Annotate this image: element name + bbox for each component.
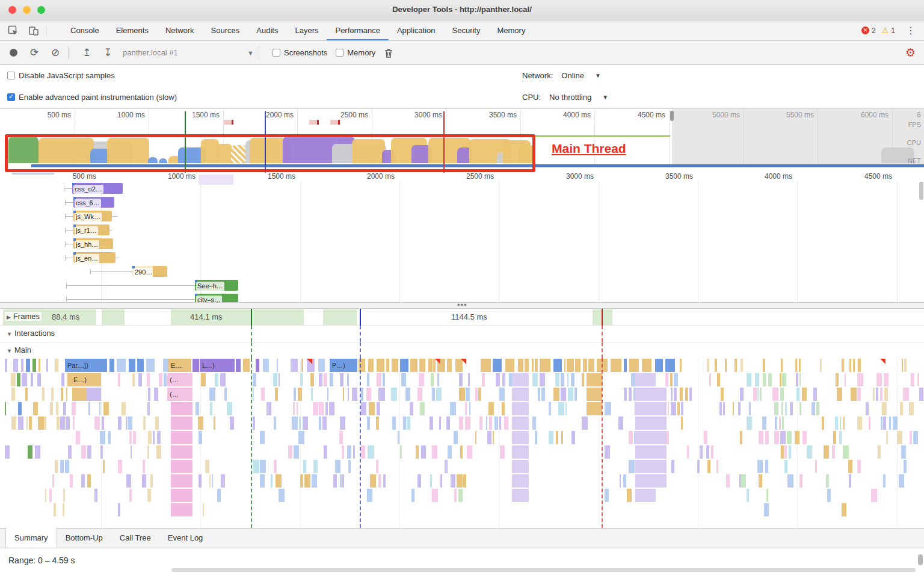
interactions-lane-header[interactable]: ▼Interactions <box>5 329 57 338</box>
flame-activity-stripe[interactable] <box>294 388 296 401</box>
flame-activity-stripe[interactable] <box>256 359 260 372</box>
flame-activity-stripe[interactable] <box>292 417 298 430</box>
flame-activity-stripe[interactable] <box>38 359 40 372</box>
flame-activity-stripe[interactable] <box>347 373 350 386</box>
flame-activity-stripe[interactable] <box>733 402 734 415</box>
flame-column-block[interactable] <box>171 445 192 459</box>
flame-activity-stripe[interactable] <box>774 431 780 444</box>
flame-activity-stripe[interactable] <box>457 474 463 488</box>
flame-activity-stripe[interactable] <box>881 417 882 430</box>
flame-activity-stripe[interactable] <box>448 445 452 459</box>
flame-activity-stripe[interactable] <box>361 388 363 401</box>
clear-recording-button[interactable]: ⊘ <box>48 45 63 61</box>
flame-activity-stripe[interactable] <box>504 417 508 430</box>
flame-activity-stripe[interactable] <box>369 402 375 415</box>
flame-activity-stripe[interactable] <box>370 474 376 488</box>
flame-activity-stripe[interactable] <box>126 474 131 488</box>
flame-activity-stripe[interactable] <box>757 460 763 473</box>
settings-gear-button[interactable]: ⚙ <box>905 46 916 60</box>
flame-activity-stripe[interactable] <box>747 417 752 430</box>
flame-activity-stripe[interactable] <box>146 359 155 372</box>
flame-activity-stripe[interactable] <box>884 373 889 386</box>
flame-activity-stripe[interactable] <box>674 373 679 386</box>
flame-activity-stripe[interactable] <box>781 359 783 372</box>
tab-network[interactable]: Network <box>157 21 203 40</box>
flame-activity-stripe[interactable] <box>318 359 325 372</box>
flame-column-block[interactable] <box>656 402 667 415</box>
tab-elements[interactable]: Elements <box>108 21 157 40</box>
flame-activity-stripe[interactable] <box>378 388 385 401</box>
flame-activity-stripe[interactable] <box>164 373 167 386</box>
flame-activity-stripe[interactable] <box>403 417 405 430</box>
flame-activity-stripe[interactable] <box>747 373 751 386</box>
flame-activity-stripe[interactable] <box>665 373 668 386</box>
flame-activity-stripe[interactable] <box>126 417 128 430</box>
flame-activity-stripe[interactable] <box>11 388 15 401</box>
flame-activity-stripe[interactable] <box>44 417 46 430</box>
flame-activity-stripe[interactable] <box>782 417 784 430</box>
flame-activity-stripe[interactable] <box>561 388 567 401</box>
flame-activity-stripe[interactable] <box>784 445 787 459</box>
flame-activity-stripe[interactable] <box>274 417 276 430</box>
network-throttling-select[interactable]: Online <box>561 71 584 80</box>
flame-activity-stripe[interactable] <box>481 359 491 372</box>
flame-activity-stripe[interactable] <box>799 359 801 372</box>
flame-activity-stripe[interactable] <box>762 417 766 430</box>
flame-activity-stripe[interactable] <box>138 373 142 386</box>
flame-activity-stripe[interactable] <box>820 359 822 372</box>
flame-activity-stripe[interactable] <box>540 373 545 386</box>
flame-activity-stripe[interactable] <box>61 373 64 386</box>
flame-activity-stripe[interactable] <box>108 431 111 444</box>
flame-activity-stripe[interactable] <box>63 402 66 415</box>
flame-activity-stripe[interactable] <box>845 373 846 386</box>
detail-tab-call-tree[interactable]: Call Tree <box>111 528 159 548</box>
flame-activity-stripe[interactable] <box>132 373 135 386</box>
flame-activity-stripe[interactable] <box>383 373 385 386</box>
flame-activity-stripe[interactable] <box>342 445 344 459</box>
flame-activity-stripe[interactable] <box>32 359 35 372</box>
network-pane-scrollbar[interactable] <box>919 182 923 200</box>
flame-activity-stripe[interactable] <box>799 474 802 488</box>
flame-activity-stripe[interactable] <box>475 388 478 401</box>
flame-activity-stripe[interactable] <box>556 431 558 444</box>
flame-activity-stripe[interactable] <box>72 402 76 415</box>
flame-activity-stripe[interactable] <box>230 417 234 430</box>
flame-activity-stripe[interactable] <box>903 388 909 401</box>
flame-activity-stripe[interactable] <box>52 474 54 488</box>
flame-activity-stripe[interactable] <box>303 417 308 430</box>
flame-activity-stripe[interactable] <box>541 388 545 401</box>
flame-column-block[interactable] <box>171 417 192 430</box>
flame-column-block[interactable] <box>587 373 602 386</box>
flame-activity-stripe[interactable] <box>196 402 199 415</box>
flame-activity-stripe[interactable] <box>347 445 351 459</box>
flame-activity-stripe[interactable] <box>458 489 463 502</box>
main-thread-flamechart[interactable]: Par…])E…L…)P…)E…)(…(… <box>0 358 924 528</box>
flame-activity-stripe[interactable] <box>489 417 492 430</box>
flame-activity-stripe[interactable] <box>198 417 203 430</box>
flame-activity-stripe[interactable] <box>367 489 372 502</box>
flame-activity-stripe[interactable] <box>790 402 793 415</box>
flame-activity-stripe[interactable] <box>157 431 161 444</box>
interactions-lane[interactable]: ▼Interactions <box>0 326 924 342</box>
flame-column-block[interactable] <box>512 388 529 401</box>
load-profile-button[interactable]: ↥ <box>79 45 94 61</box>
flame-activity-stripe[interactable] <box>571 431 575 444</box>
flame-activity-stripe[interactable] <box>199 474 202 488</box>
flame-activity-stripe[interactable] <box>21 359 23 372</box>
flame-activity-stripe[interactable] <box>322 417 327 430</box>
flame-activity-stripe[interactable] <box>343 388 344 401</box>
flame-activity-stripe[interactable] <box>117 359 126 372</box>
flame-activity-stripe[interactable] <box>901 445 906 459</box>
flame-activity-stripe[interactable] <box>147 489 151 502</box>
flame-activity-stripe[interactable] <box>253 388 254 401</box>
flame-activity-stripe[interactable] <box>147 445 149 459</box>
flame-activity-stripe[interactable] <box>488 402 494 415</box>
flame-activity-stripe[interactable] <box>304 474 310 488</box>
error-icon[interactable]: ✕ <box>861 26 869 34</box>
flame-activity-stripe[interactable] <box>432 445 437 459</box>
flame-activity-stripe[interactable] <box>827 489 831 502</box>
flame-activity-stripe[interactable] <box>51 388 54 401</box>
flame-activity-stripe[interactable] <box>502 373 505 386</box>
flame-activity-stripe[interactable] <box>842 359 845 372</box>
flame-activity-stripe[interactable] <box>361 402 366 415</box>
